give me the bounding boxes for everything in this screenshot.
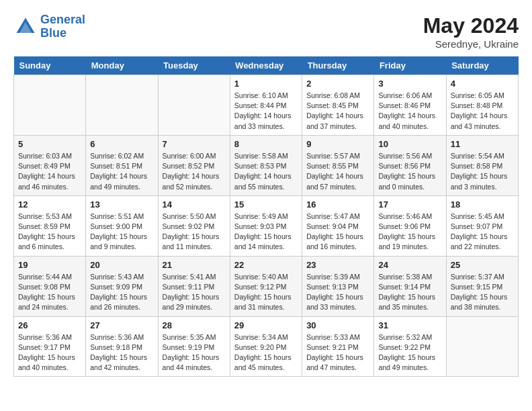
month-year: May 2024 [423, 13, 519, 38]
day-number: 2 [306, 79, 369, 89]
day-info: Sunrise: 5:53 AMSunset: 8:59 PMDaylight:… [18, 212, 81, 253]
day-info: Sunrise: 5:39 AMSunset: 9:13 PMDaylight:… [306, 272, 369, 313]
day-number: 30 [306, 320, 369, 330]
day-number: 15 [234, 199, 298, 210]
day-info: Sunrise: 5:44 AMSunset: 9:08 PMDaylight:… [18, 272, 81, 313]
logo-line1: General [40, 13, 85, 26]
day-info: Sunrise: 5:35 AMSunset: 9:19 PMDaylight:… [163, 332, 226, 373]
logo-line2: Blue [40, 27, 85, 40]
calendar-cell: 16Sunrise: 5:47 AMSunset: 9:04 PMDayligh… [302, 195, 374, 256]
day-info: Sunrise: 5:40 AMSunset: 9:12 PMDaylight:… [234, 272, 298, 313]
day-header-thursday: Thursday [302, 56, 374, 75]
day-number: 17 [378, 199, 441, 210]
calendar-cell: 7Sunrise: 6:00 AMSunset: 8:52 PMDaylight… [158, 135, 230, 195]
calendar-cell: 12Sunrise: 5:53 AMSunset: 8:59 PMDayligh… [14, 195, 86, 256]
day-info: Sunrise: 5:34 AMSunset: 9:20 PMDaylight:… [234, 332, 298, 373]
calendar-cell: 10Sunrise: 5:56 AMSunset: 8:56 PMDayligh… [374, 135, 446, 195]
calendar-cell: 23Sunrise: 5:39 AMSunset: 9:13 PMDayligh… [302, 256, 374, 316]
logo-icon [13, 15, 38, 39]
day-info: Sunrise: 5:51 AMSunset: 9:00 PMDaylight:… [90, 212, 153, 253]
day-number: 6 [90, 139, 153, 149]
day-info: Sunrise: 5:45 AMSunset: 9:07 PMDaylight:… [451, 212, 514, 253]
day-info: Sunrise: 5:32 AMSunset: 9:22 PMDaylight:… [378, 332, 441, 373]
day-info: Sunrise: 5:47 AMSunset: 9:04 PMDaylight:… [306, 212, 369, 253]
day-info: Sunrise: 5:58 AMSunset: 8:53 PMDaylight:… [234, 151, 298, 192]
day-info: Sunrise: 6:02 AMSunset: 8:51 PMDaylight:… [90, 151, 153, 192]
calendar-cell: 27Sunrise: 5:36 AMSunset: 9:18 PMDayligh… [86, 316, 158, 377]
logo-text: General Blue [40, 13, 85, 40]
day-number: 22 [234, 260, 298, 270]
calendar-cell: 6Sunrise: 6:02 AMSunset: 8:51 PMDaylight… [86, 135, 158, 195]
title-block: May 2024 Serednye, Ukraine [423, 13, 519, 50]
calendar-cell: 8Sunrise: 5:58 AMSunset: 8:53 PMDaylight… [230, 135, 302, 195]
day-info: Sunrise: 5:36 AMSunset: 9:17 PMDaylight:… [18, 332, 81, 373]
day-info: Sunrise: 5:54 AMSunset: 8:58 PMDaylight:… [451, 151, 514, 192]
calendar-cell: 5Sunrise: 6:03 AMSunset: 8:49 PMDaylight… [14, 135, 86, 195]
calendar-cell: 9Sunrise: 5:57 AMSunset: 8:55 PMDaylight… [302, 135, 374, 195]
day-number: 7 [163, 139, 226, 149]
day-number: 4 [451, 79, 514, 89]
day-info: Sunrise: 6:00 AMSunset: 8:52 PMDaylight:… [163, 151, 226, 192]
day-number: 29 [234, 320, 298, 330]
day-header-wednesday: Wednesday [230, 56, 302, 75]
day-info: Sunrise: 6:05 AMSunset: 8:48 PMDaylight:… [451, 91, 514, 132]
day-info: Sunrise: 5:46 AMSunset: 9:06 PMDaylight:… [378, 212, 441, 253]
day-number: 13 [90, 199, 153, 210]
day-info: Sunrise: 5:33 AMSunset: 9:21 PMDaylight:… [306, 332, 369, 373]
day-number: 14 [163, 199, 226, 210]
day-info: Sunrise: 6:03 AMSunset: 8:49 PMDaylight:… [18, 151, 81, 192]
day-number: 16 [306, 199, 369, 210]
day-info: Sunrise: 5:57 AMSunset: 8:55 PMDaylight:… [306, 151, 369, 192]
day-info: Sunrise: 5:41 AMSunset: 9:11 PMDaylight:… [163, 272, 226, 313]
calendar-cell: 30Sunrise: 5:33 AMSunset: 9:21 PMDayligh… [302, 316, 374, 377]
calendar-cell: 28Sunrise: 5:35 AMSunset: 9:19 PMDayligh… [158, 316, 230, 377]
day-info: Sunrise: 5:50 AMSunset: 9:02 PMDaylight:… [163, 212, 226, 253]
day-number: 26 [18, 320, 81, 330]
day-info: Sunrise: 5:43 AMSunset: 9:09 PMDaylight:… [90, 272, 153, 313]
calendar-cell: 15Sunrise: 5:49 AMSunset: 9:03 PMDayligh… [230, 195, 302, 256]
day-number: 18 [451, 199, 514, 210]
calendar-cell: 13Sunrise: 5:51 AMSunset: 9:00 PMDayligh… [86, 195, 158, 256]
calendar-cell [446, 316, 518, 377]
calendar-cell: 14Sunrise: 5:50 AMSunset: 9:02 PMDayligh… [158, 195, 230, 256]
day-info: Sunrise: 6:08 AMSunset: 8:45 PMDaylight:… [306, 91, 369, 132]
day-info: Sunrise: 6:10 AMSunset: 8:44 PMDaylight:… [234, 91, 298, 132]
location: Serednye, Ukraine [423, 38, 519, 50]
calendar-cell: 29Sunrise: 5:34 AMSunset: 9:20 PMDayligh… [230, 316, 302, 377]
day-number: 8 [234, 139, 298, 149]
day-number: 9 [306, 139, 369, 149]
day-header-monday: Monday [86, 56, 158, 75]
calendar-cell: 19Sunrise: 5:44 AMSunset: 9:08 PMDayligh… [14, 256, 86, 316]
day-number: 11 [451, 139, 514, 149]
calendar-header: SundayMondayTuesdayWednesdayThursdayFrid… [14, 56, 519, 75]
calendar-cell: 4Sunrise: 6:05 AMSunset: 8:48 PMDaylight… [446, 75, 518, 136]
calendar-week-2: 5Sunrise: 6:03 AMSunset: 8:49 PMDaylight… [14, 135, 519, 195]
calendar-cell: 24Sunrise: 5:38 AMSunset: 9:14 PMDayligh… [374, 256, 446, 316]
day-header-saturday: Saturday [446, 56, 518, 75]
calendar-body: 1Sunrise: 6:10 AMSunset: 8:44 PMDaylight… [14, 75, 519, 377]
calendar-cell: 22Sunrise: 5:40 AMSunset: 9:12 PMDayligh… [230, 256, 302, 316]
day-number: 12 [18, 199, 81, 210]
calendar-cell [158, 75, 230, 136]
logo: General Blue [13, 13, 85, 40]
calendar-cell: 25Sunrise: 5:37 AMSunset: 9:15 PMDayligh… [446, 256, 518, 316]
calendar-cell: 17Sunrise: 5:46 AMSunset: 9:06 PMDayligh… [374, 195, 446, 256]
day-number: 28 [163, 320, 226, 330]
calendar-week-5: 26Sunrise: 5:36 AMSunset: 9:17 PMDayligh… [14, 316, 519, 377]
calendar-week-3: 12Sunrise: 5:53 AMSunset: 8:59 PMDayligh… [14, 195, 519, 256]
day-number: 24 [378, 260, 441, 270]
calendar-cell: 11Sunrise: 5:54 AMSunset: 8:58 PMDayligh… [446, 135, 518, 195]
day-info: Sunrise: 6:06 AMSunset: 8:46 PMDaylight:… [378, 91, 441, 132]
page-header: General Blue May 2024 Serednye, Ukraine [13, 13, 519, 50]
day-number: 5 [18, 139, 81, 149]
day-info: Sunrise: 5:56 AMSunset: 8:56 PMDaylight:… [378, 151, 441, 192]
day-number: 21 [163, 260, 226, 270]
day-info: Sunrise: 5:38 AMSunset: 9:14 PMDaylight:… [378, 272, 441, 313]
day-number: 31 [378, 320, 441, 330]
day-header-sunday: Sunday [14, 56, 86, 75]
day-number: 20 [90, 260, 153, 270]
calendar-cell: 3Sunrise: 6:06 AMSunset: 8:46 PMDaylight… [374, 75, 446, 136]
day-number: 25 [451, 260, 514, 270]
day-number: 23 [306, 260, 369, 270]
calendar-cell [86, 75, 158, 136]
